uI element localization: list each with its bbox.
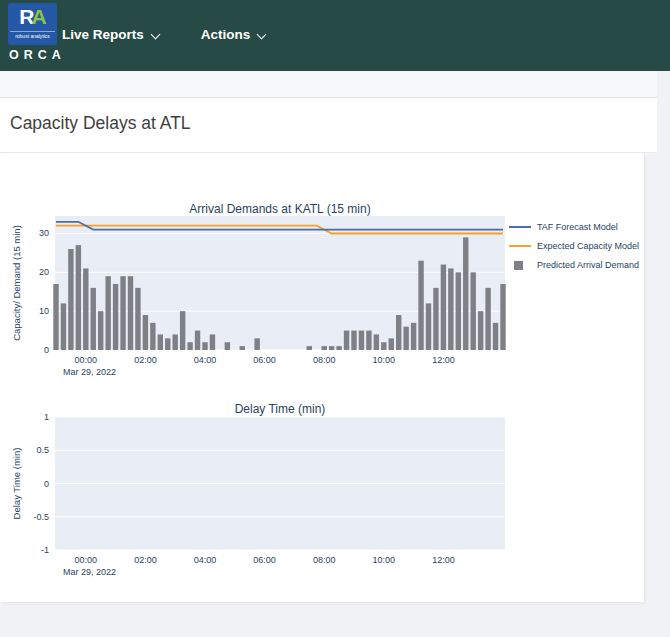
demand-bar[interactable] [158, 334, 163, 350]
chart-legend: TAF Forecast ModelExpected Capacity Mode… [509, 222, 639, 279]
demand-bar[interactable] [344, 331, 349, 350]
x-tick-label: 00:00 [75, 555, 98, 565]
demand-bar[interactable] [418, 261, 423, 350]
demand-bar[interactable] [389, 338, 394, 350]
x-tick-label: 00:00 [75, 355, 98, 365]
menu-live-reports[interactable]: Live Reports [62, 27, 159, 42]
menu-actions-label: Actions [201, 27, 251, 42]
arrival-demand-chart[interactable]: Arrival Demands at KATL (15 min)01020300… [0, 195, 660, 387]
demand-bar[interactable] [91, 288, 96, 350]
demand-bar[interactable] [128, 276, 133, 350]
x-date-label: Mar 29, 2022 [63, 367, 116, 377]
demand-bar[interactable] [180, 311, 185, 350]
demand-bar[interactable] [441, 265, 446, 350]
x-tick-label: 04:00 [194, 555, 217, 565]
y-tick-label: 0 [44, 479, 49, 489]
chevron-down-icon [150, 30, 160, 40]
demand-bar[interactable] [493, 323, 498, 350]
menu-live-reports-label: Live Reports [62, 27, 144, 42]
demand-bar[interactable] [240, 346, 245, 350]
x-tick-label: 08:00 [313, 555, 336, 565]
demand-bar[interactable] [351, 331, 356, 350]
demand-bar[interactable] [448, 268, 453, 350]
demand-bar[interactable] [210, 334, 215, 350]
subheader-strip [0, 71, 657, 98]
demand-bar[interactable] [396, 315, 401, 350]
demand-bar[interactable] [478, 311, 483, 350]
demand-bar[interactable] [329, 346, 334, 350]
demand-bar[interactable] [113, 284, 118, 350]
y-tick-label: 0.5 [36, 445, 49, 455]
demand-bar[interactable] [411, 323, 416, 350]
x-tick-label: 10:00 [373, 555, 396, 565]
x-tick-label: 12:00 [432, 555, 455, 565]
x-tick-label: 02:00 [134, 355, 157, 365]
demand-bar[interactable] [76, 245, 81, 350]
y-tick-label: 1 [44, 412, 49, 422]
y-tick-label: 0 [44, 345, 49, 355]
demand-bar[interactable] [381, 342, 386, 350]
legend-item-expected-capacity-model[interactable]: Expected Capacity Model [509, 241, 639, 251]
app-logo[interactable]: RA robust analytics [8, 3, 57, 45]
x-tick-label: 06:00 [253, 355, 276, 365]
demand-bar[interactable] [165, 338, 170, 350]
demand-bar[interactable] [98, 311, 103, 350]
demand-bar[interactable] [359, 331, 364, 350]
brand-orca: ORCA [9, 48, 66, 62]
demand-bar[interactable] [225, 342, 230, 350]
chart-title: Delay Time (min) [235, 402, 326, 416]
logo-subtitle: robust analytics [10, 31, 55, 40]
x-date-label: Mar 29, 2022 [63, 567, 116, 577]
legend-square-swatch [509, 261, 531, 270]
demand-bar[interactable] [120, 276, 125, 350]
demand-bar[interactable] [105, 276, 110, 350]
title-bar: Capacity Delays at ATL [0, 98, 657, 153]
demand-bar[interactable] [366, 331, 371, 350]
demand-bar[interactable] [426, 303, 431, 350]
demand-bar[interactable] [187, 342, 192, 350]
legend-label: Predicted Arrival Demand [537, 260, 639, 270]
y-axis-title: Delay Time (min) [11, 448, 22, 520]
demand-bar[interactable] [202, 342, 207, 350]
legend-label: TAF Forecast Model [537, 222, 618, 232]
demand-bar[interactable] [471, 272, 476, 350]
demand-bar[interactable] [374, 334, 379, 350]
y-axis-title: Capacity/ Demand (15 min) [11, 225, 22, 341]
legend-line-swatch [509, 226, 531, 228]
demand-bar[interactable] [254, 338, 259, 350]
menu-actions[interactable]: Actions [201, 27, 266, 42]
demand-bar[interactable] [456, 272, 461, 350]
main-menu: Live Reports Actions [62, 27, 265, 42]
y-tick-label: -0.5 [33, 512, 49, 522]
demand-bar[interactable] [307, 346, 312, 350]
demand-bar[interactable] [336, 346, 341, 350]
demand-bar[interactable] [403, 327, 408, 350]
logo-ra-mark: RA [8, 5, 57, 29]
demand-bar[interactable] [135, 288, 140, 350]
x-tick-label: 02:00 [134, 555, 157, 565]
demand-bar[interactable] [150, 323, 155, 350]
y-tick-label: 20 [39, 267, 49, 277]
demand-bar[interactable] [195, 331, 200, 350]
demand-bar[interactable] [463, 237, 468, 350]
chart-title: Arrival Demands at KATL (15 min) [189, 202, 370, 216]
demand-bar[interactable] [143, 315, 148, 350]
delay-time-plot[interactable]: Delay Time (min)10.50-0.5-100:0002:0004:… [0, 400, 660, 585]
page-title: Capacity Delays at ATL [0, 98, 657, 134]
y-tick-label: 10 [39, 306, 49, 316]
demand-bar[interactable] [83, 268, 88, 350]
legend-item-predicted-arrival-demand[interactable]: Predicted Arrival Demand [509, 260, 639, 270]
demand-bar[interactable] [433, 288, 438, 350]
demand-bar[interactable] [485, 288, 490, 350]
y-tick-label: 30 [39, 228, 49, 238]
delay-time-chart[interactable]: Delay Time (min)10.50-0.5-100:0002:0004:… [0, 400, 660, 585]
demand-bar[interactable] [68, 249, 73, 350]
demand-bar[interactable] [173, 334, 178, 350]
legend-item-taf-forecast-model[interactable]: TAF Forecast Model [509, 222, 639, 232]
demand-bar[interactable] [61, 303, 66, 350]
y-tick-label: -1 [41, 545, 49, 555]
demand-bar[interactable] [53, 284, 58, 350]
chevron-down-icon [257, 30, 267, 40]
demand-bar[interactable] [500, 284, 505, 350]
demand-bar[interactable] [322, 346, 327, 350]
